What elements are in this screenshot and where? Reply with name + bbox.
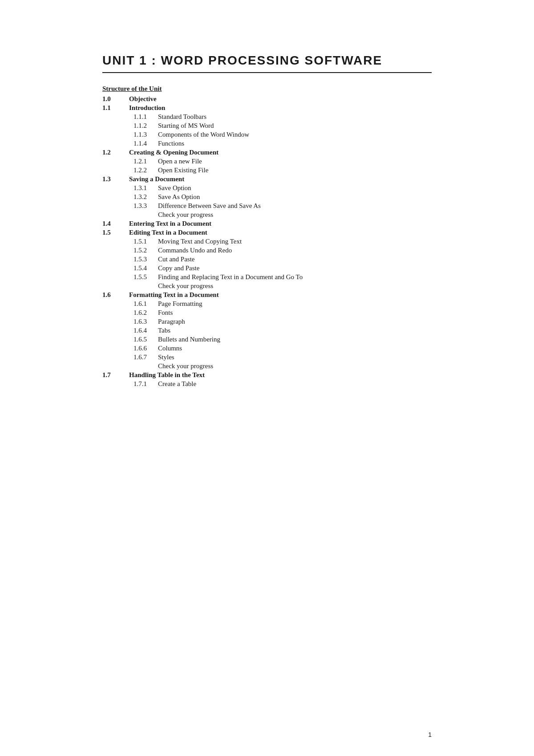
- toc-sublabel-1-6-1: Page Formatting: [158, 301, 202, 307]
- toc-sub-1-3-2: 1.3.2 Save As Option: [102, 194, 432, 200]
- toc-sublabel-1-1-1: Standard Toolbars: [158, 114, 206, 120]
- toc-sublabel-1-5-1: Moving Text and Copying Text: [158, 238, 242, 245]
- toc-sub-1-6-1: 1.6.1 Page Formatting: [102, 301, 432, 307]
- toc-subnumber-1-7-1: 1.7.1: [134, 381, 158, 387]
- toc-subnumber-1-2-1: 1.2.1: [134, 158, 158, 165]
- toc-label-1-1: Introduction: [129, 105, 165, 111]
- toc-subnumber-1-6-5: 1.6.5: [134, 336, 158, 343]
- toc-sub-1-1-3: 1.1.3 Components of the Word Window: [102, 131, 432, 138]
- toc-sublabel-1-1-2: Starting of MS Word: [158, 122, 214, 129]
- unit-title: UNIT 1 : WORD PROCESSING SOFTWARE: [102, 53, 432, 68]
- toc-sub-1-3-3: 1.3.3 Difference Between Save and Save A…: [102, 203, 432, 209]
- toc-check-label-1-6: Check your progress: [158, 363, 213, 370]
- toc-number-1-3: 1.3: [102, 176, 129, 183]
- toc-subnumber-1-1-3: 1.1.3: [134, 131, 158, 138]
- toc-label-1-2: Creating & Opening Document: [129, 149, 218, 156]
- toc-sublabel-1-6-3: Paragraph: [158, 318, 185, 325]
- page-number: 1: [428, 731, 432, 738]
- toc-label-1-7: Handling Table in the Text: [129, 372, 205, 378]
- toc-subnumber-1-5-4: 1.5.4: [134, 265, 158, 272]
- toc-sub-1-6-6: 1.6.6 Columns: [102, 345, 432, 352]
- toc-sub-1-5-1: 1.5.1 Moving Text and Copying Text: [102, 238, 432, 245]
- title-divider: [102, 72, 432, 73]
- toc-sub-1-5-3: 1.5.3 Cut and Paste: [102, 256, 432, 263]
- toc-sublabel-1-3-3: Difference Between Save and Save As: [158, 203, 261, 209]
- toc-sub-1-6-4: 1.6.4 Tabs: [102, 327, 432, 334]
- toc-sublabel-1-7-1: Create a Table: [158, 381, 196, 387]
- toc-sub-1-6-7: 1.6.7 Styles: [102, 354, 432, 361]
- toc-sub-1-5-5: 1.5.5 Finding and Replacing Text in a Do…: [102, 274, 432, 280]
- toc-subnumber-1-1-1: 1.1.1: [134, 114, 158, 120]
- toc-sub-1-6-5: 1.6.5 Bullets and Numbering: [102, 336, 432, 343]
- toc-sublabel-1-6-7: Styles: [158, 354, 174, 361]
- toc-sublabel-1-5-4: Copy and Paste: [158, 265, 199, 272]
- toc-label-1-5: Editing Text in a Document: [129, 229, 207, 236]
- toc-sublabel-1-6-6: Columns: [158, 345, 182, 352]
- toc-subnumber-1-5-3: 1.5.3: [134, 256, 158, 263]
- toc-sub-1-7-1: 1.7.1 Create a Table: [102, 381, 432, 387]
- toc-section-1-6: 1.6 Formatting Text in a Document: [102, 292, 432, 298]
- structure-heading: Structure of the Unit: [102, 85, 432, 92]
- toc-sublabel-1-5-5: Finding and Replacing Text in a Document…: [158, 274, 303, 280]
- page-container: UNIT 1 : WORD PROCESSING SOFTWARE Struct…: [67, 0, 467, 756]
- toc-subnumber-1-3-3: 1.3.3: [134, 203, 158, 209]
- toc-section-1-4: 1.4 Entering Text in a Document: [102, 220, 432, 227]
- toc-sub-1-1-4: 1.1.4 Functions: [102, 140, 432, 147]
- toc-subnumber-1-6-6: 1.6.6: [134, 345, 158, 352]
- toc-check-label-1-3: Check your progress: [158, 211, 213, 218]
- toc-number-1-4: 1.4: [102, 220, 129, 227]
- toc-check-1-6: Check your progress: [102, 363, 432, 370]
- toc-subnumber-1-1-4: 1.1.4: [134, 140, 158, 147]
- toc-sublabel-1-3-1: Save Option: [158, 185, 191, 191]
- toc-section-1-0: 1.0 Objective: [102, 96, 432, 102]
- toc-sublabel-1-6-4: Tabs: [158, 327, 170, 334]
- toc-sub-1-5-2: 1.5.2 Commands Undo and Redo: [102, 247, 432, 254]
- toc-subnumber-1-6-7: 1.6.7: [134, 354, 158, 361]
- toc-sub-1-2-1: 1.2.1 Open a new File: [102, 158, 432, 165]
- toc-subnumber-1-1-2: 1.1.2: [134, 122, 158, 129]
- toc-sublabel-1-5-2: Commands Undo and Redo: [158, 247, 232, 254]
- toc-subnumber-1-3-2: 1.3.2: [134, 194, 158, 200]
- toc-subnumber-1-6-1: 1.6.1: [134, 301, 158, 307]
- toc-label-1-0: Objective: [129, 96, 157, 102]
- toc-sublabel-1-3-2: Save As Option: [158, 194, 200, 200]
- toc-subnumber-1-6-2: 1.6.2: [134, 309, 158, 316]
- toc-number-1-5: 1.5: [102, 229, 129, 236]
- toc-sub-1-5-4: 1.5.4 Copy and Paste: [102, 265, 432, 272]
- table-of-contents: Structure of the Unit 1.0 Objective 1.1 …: [102, 85, 432, 387]
- toc-sub-1-3-1: 1.3.1 Save Option: [102, 185, 432, 191]
- toc-sub-1-1-2: 1.1.2 Starting of MS Word: [102, 122, 432, 129]
- toc-check-label-1-5: Check your progress: [158, 283, 213, 289]
- toc-sub-1-6-2: 1.6.2 Fonts: [102, 309, 432, 316]
- toc-section-1-5: 1.5 Editing Text in a Document: [102, 229, 432, 236]
- toc-sub-1-2-2: 1.2.2 Open Existing File: [102, 167, 432, 174]
- toc-section-1-2: 1.2 Creating & Opening Document: [102, 149, 432, 156]
- toc-sublabel-1-6-2: Fonts: [158, 309, 173, 316]
- toc-sublabel-1-1-4: Functions: [158, 140, 184, 147]
- toc-number-1-2: 1.2: [102, 149, 129, 156]
- toc-section-1-1: 1.1 Introduction: [102, 105, 432, 111]
- toc-subnumber-1-5-5: 1.5.5: [134, 274, 158, 280]
- toc-subnumber-1-5-1: 1.5.1: [134, 238, 158, 245]
- toc-sublabel-1-2-1: Open a new File: [158, 158, 202, 165]
- toc-sublabel-1-2-2: Open Existing File: [158, 167, 208, 174]
- toc-number-1-0: 1.0: [102, 96, 129, 102]
- toc-subnumber-1-2-2: 1.2.2: [134, 167, 158, 174]
- toc-sub-1-6-3: 1.6.3 Paragraph: [102, 318, 432, 325]
- toc-subnumber-1-3-1: 1.3.1: [134, 185, 158, 191]
- toc-check-1-3: Check your progress: [102, 211, 432, 218]
- toc-section-1-7: 1.7 Handling Table in the Text: [102, 372, 432, 378]
- toc-number-1-6: 1.6: [102, 292, 129, 298]
- toc-sublabel-1-6-5: Bullets and Numbering: [158, 336, 220, 343]
- toc-sub-1-1-1: 1.1.1 Standard Toolbars: [102, 114, 432, 120]
- toc-subnumber-1-6-3: 1.6.3: [134, 318, 158, 325]
- toc-sublabel-1-1-3: Components of the Word Window: [158, 131, 249, 138]
- toc-sublabel-1-5-3: Cut and Paste: [158, 256, 195, 263]
- toc-subnumber-1-5-2: 1.5.2: [134, 247, 158, 254]
- toc-number-1-1: 1.1: [102, 105, 129, 111]
- toc-label-1-6: Formatting Text in a Document: [129, 292, 219, 298]
- toc-label-1-4: Entering Text in a Document: [129, 220, 211, 227]
- toc-label-1-3: Saving a Document: [129, 176, 184, 183]
- toc-subnumber-1-6-4: 1.6.4: [134, 327, 158, 334]
- toc-number-1-7: 1.7: [102, 372, 129, 378]
